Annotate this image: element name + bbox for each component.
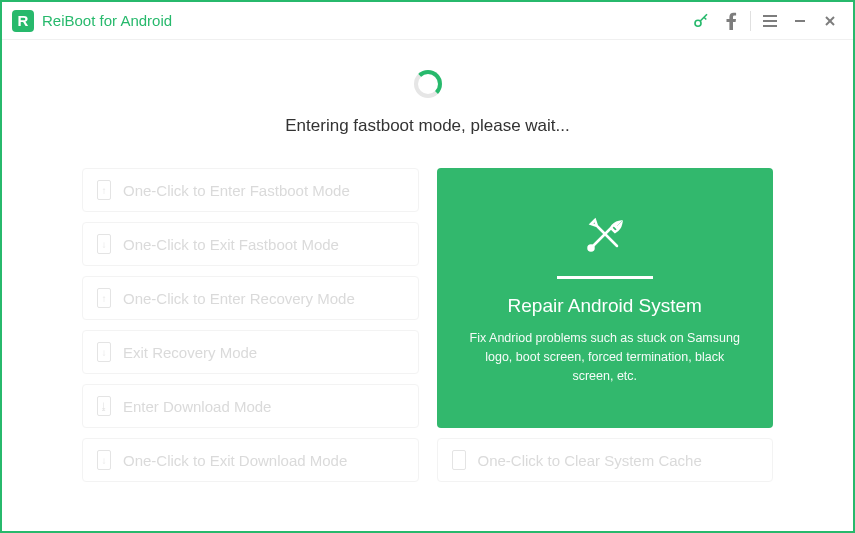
tools-icon (581, 210, 629, 262)
exit-fastboot-button: ↓ One-Click to Exit Fastboot Mode (82, 222, 419, 266)
repair-android-card[interactable]: Repair Android System Fix Andriod proble… (437, 168, 774, 428)
divider (557, 276, 653, 279)
menu-icon[interactable] (755, 6, 785, 36)
mode-label: One-Click to Exit Download Mode (123, 452, 347, 469)
app-title: ReiBoot for Android (42, 12, 172, 29)
phone-up-icon: ↑ (97, 288, 111, 308)
mode-label: Enter Download Mode (123, 398, 271, 415)
svg-point-7 (588, 246, 593, 251)
mode-label: Exit Recovery Mode (123, 344, 257, 361)
exit-download-button: ↓ One-Click to Exit Download Mode (82, 438, 419, 482)
main-content: Entering fastboot mode, please wait... ↑… (2, 40, 853, 531)
app-logo: R (12, 10, 34, 32)
mode-label: One-Click to Enter Recovery Mode (123, 290, 355, 307)
enter-recovery-button: ↑ One-Click to Enter Recovery Mode (82, 276, 419, 320)
close-button[interactable] (815, 6, 845, 36)
mode-label: One-Click to Enter Fastboot Mode (123, 182, 350, 199)
phone-down-icon: ↓ (97, 342, 111, 362)
titlebar-actions (686, 6, 845, 36)
app-window: R ReiBoot for Android Entering fastboot … (0, 0, 855, 533)
mode-label: One-Click to Clear System Cache (478, 452, 702, 469)
phone-up-icon: ↑ (97, 180, 111, 200)
repair-title: Repair Android System (508, 295, 702, 317)
phone-icon (452, 450, 466, 470)
status-text: Entering fastboot mode, please wait... (285, 116, 569, 136)
enter-fastboot-button: ↑ One-Click to Enter Fastboot Mode (82, 168, 419, 212)
clear-cache-button: One-Click to Clear System Cache (437, 438, 774, 482)
download-icon: ⭳ (97, 396, 111, 416)
options-grid: ↑ One-Click to Enter Fastboot Mode Repai… (82, 168, 773, 482)
facebook-icon[interactable] (716, 6, 746, 36)
mode-label: One-Click to Exit Fastboot Mode (123, 236, 339, 253)
svg-point-0 (695, 20, 701, 26)
key-icon[interactable] (686, 6, 716, 36)
phone-down-icon: ↓ (97, 234, 111, 254)
repair-description: Fix Andriod problems such as stuck on Sa… (465, 329, 746, 385)
logo-letter: R (18, 12, 29, 29)
exit-recovery-button: ↓ Exit Recovery Mode (82, 330, 419, 374)
spinner-icon (414, 70, 442, 98)
phone-down-icon: ↓ (97, 450, 111, 470)
titlebar: R ReiBoot for Android (2, 2, 853, 40)
minimize-button[interactable] (785, 6, 815, 36)
enter-download-button: ⭳ Enter Download Mode (82, 384, 419, 428)
